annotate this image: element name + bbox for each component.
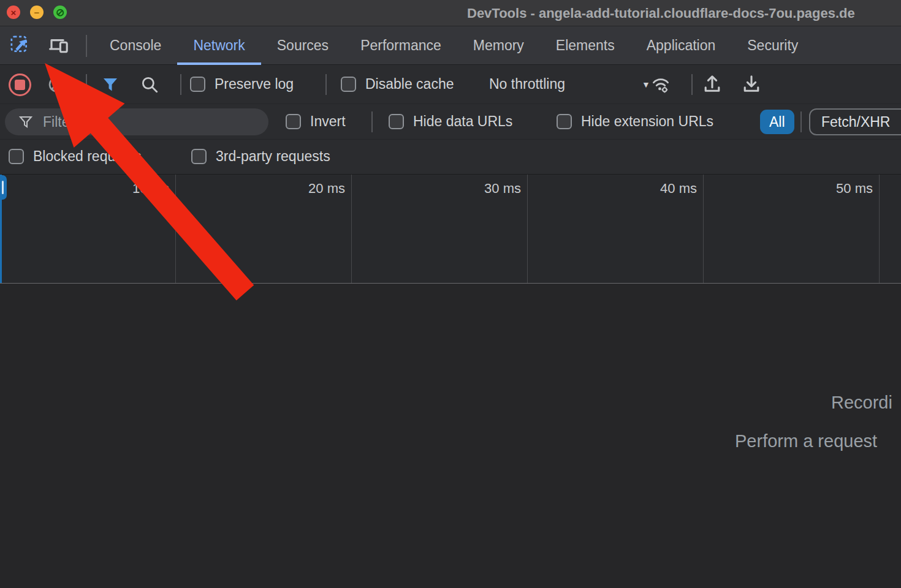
tab-memory[interactable]: Memory [457, 26, 540, 65]
hide-extension-urls-checkbox[interactable]: Hide extension URLs [557, 113, 713, 130]
empty-state-instruction-text: Perform a request [735, 431, 877, 451]
network-filterbar: Invert Hide data URLs Hide extension URL… [0, 104, 901, 140]
tab-application[interactable]: Application [631, 26, 732, 65]
tab-security[interactable]: Security [731, 26, 814, 65]
network-filterbar-secondary: Blocked requests 3rd-party requests [0, 140, 901, 174]
tabbar-separator [86, 35, 87, 57]
timeline-tick: 10 ms [0, 175, 176, 283]
request-type-fetch-xhr-button[interactable]: Fetch/XHR [809, 108, 901, 135]
inspect-element-button[interactable] [6, 31, 34, 59]
timeline-tick: 20 ms [176, 175, 352, 283]
toolbar-separator [86, 74, 87, 95]
chevron-down-icon: ▼ [642, 80, 650, 89]
tab-sources[interactable]: Sources [261, 26, 344, 65]
throttling-dropdown[interactable]: No throttling ▼ [489, 76, 650, 92]
filter-funnel-icon [18, 115, 33, 129]
network-toolbar: Preserve log Disable cache No throttling… [0, 65, 901, 104]
checkbox-box [341, 77, 356, 92]
devtools-tabbar: Console Network Sources Performance Memo… [0, 26, 901, 65]
download-icon [740, 74, 762, 96]
record-stop-button[interactable] [9, 74, 31, 96]
filter-input-pill[interactable] [5, 108, 268, 135]
overview-drag-handle[interactable] [0, 175, 7, 200]
empty-state-recording-text: Recordi [831, 393, 892, 413]
timeline-tick: 30 ms [352, 175, 528, 283]
checkbox-box [190, 77, 205, 92]
tab-elements[interactable]: Elements [540, 26, 631, 65]
throttling-value: No throttling [489, 76, 565, 92]
minimize-window-button[interactable]: − [30, 6, 44, 19]
toolbar-separator [180, 74, 181, 95]
search-icon [140, 75, 159, 94]
checkbox-box [389, 114, 404, 129]
disable-cache-checkbox[interactable]: Disable cache [341, 76, 454, 92]
import-har-button[interactable] [701, 74, 723, 96]
tab-console[interactable]: Console [94, 26, 177, 65]
inspect-cursor-icon [10, 35, 31, 56]
upload-icon [701, 74, 723, 96]
filter-toggle-button[interactable] [99, 74, 121, 96]
clear-network-log-button[interactable] [45, 74, 67, 96]
third-party-requests-checkbox[interactable]: 3rd-party requests [191, 148, 330, 165]
filterbar-separator [800, 111, 802, 132]
search-button[interactable] [139, 74, 161, 96]
network-conditions-button[interactable] [650, 74, 672, 96]
filter-input[interactable] [43, 114, 245, 130]
request-type-all-button[interactable]: All [760, 110, 794, 134]
clear-icon [47, 75, 66, 94]
invert-checkbox[interactable]: Invert [286, 113, 346, 130]
network-overview-timeline[interactable]: 10 ms 20 ms 30 ms 40 ms 50 ms [0, 174, 901, 284]
filterbar-separator [371, 111, 373, 132]
hide-data-urls-checkbox[interactable]: Hide data URLs [389, 113, 512, 130]
device-toolbar-button[interactable] [45, 31, 73, 59]
toolbar-separator [325, 74, 327, 95]
titlebar: × − ⊘ DevTools - angela-add-tutorial.clo… [0, 0, 901, 26]
close-icon: × [11, 8, 17, 17]
checkbox-box [557, 114, 572, 129]
device-toolbar-icon [48, 34, 70, 56]
checkbox-box [286, 114, 301, 129]
blocked-requests-checkbox[interactable]: Blocked requests [9, 148, 141, 165]
tab-network[interactable]: Network [177, 26, 260, 65]
checkbox-box [191, 149, 207, 164]
filter-funnel-icon [101, 75, 120, 94]
zoom-window-button[interactable]: ⊘ [53, 6, 67, 19]
record-stop-icon [15, 80, 25, 90]
preserve-log-checkbox[interactable]: Preserve log [190, 76, 294, 92]
timeline-tick: 50 ms [704, 175, 880, 283]
close-window-button[interactable]: × [7, 6, 20, 19]
window-title: DevTools - angela-add-tutorial.cloudflar… [467, 6, 855, 21]
panel-tabs: Console Network Sources Performance Memo… [94, 26, 814, 65]
toolbar-separator [691, 74, 693, 95]
export-har-button[interactable] [740, 74, 762, 96]
minimize-icon: − [34, 8, 40, 17]
checkbox-box [9, 149, 24, 164]
tab-performance[interactable]: Performance [344, 26, 457, 65]
zoom-icon: ⊘ [56, 7, 64, 18]
traffic-lights: × − ⊘ [7, 6, 67, 19]
timeline-tick: 40 ms [528, 175, 704, 283]
network-conditions-icon [650, 73, 672, 96]
